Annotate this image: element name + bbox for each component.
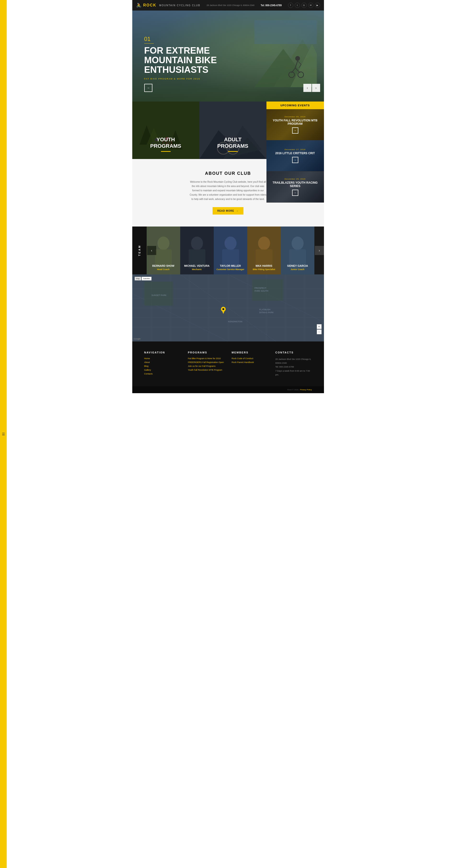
svg-text:FLATBUSH: FLATBUSH	[259, 308, 270, 311]
footer-nav-gallery[interactable]: Gallery	[144, 369, 181, 371]
team-label-text: TEAM	[138, 245, 141, 256]
read-more-label: READ MORE	[217, 210, 234, 212]
team-cards-container: BERNARD SHOW Head Coach MICHAEL VENTURA …	[147, 226, 314, 274]
footer-bottom-bar: Rock © 2016. Privacy Policy	[132, 386, 324, 393]
event-3-title: TRAILBLAZERS YOUTH RACING SERIES	[268, 181, 322, 188]
svg-text:PROSPECT: PROSPECT	[255, 287, 266, 289]
googleplus-icon[interactable]: G	[302, 3, 307, 8]
footer-contacts-col: CONTACTS 28 Jackson Blvd Ste 1020 Chicag…	[275, 351, 312, 377]
event-3-date: December 25, 2016	[285, 178, 306, 180]
footer-contact-hours: 7 Days a week from 9:00 am to 7:00 pm.	[275, 369, 312, 377]
footer-programs-title: PROGRAMS	[188, 351, 225, 354]
footer-member-link-2[interactable]: Rock Parent Handbook	[232, 361, 268, 364]
team-card-4[interactable]: MAX HARRIS Bike Fitting Specialist	[247, 226, 281, 274]
hero-title: FOR EXTREME MOUNTAIN BIKE ENTHUSIASTS	[144, 46, 236, 75]
team-member-2-name: MICHAEL VENTURA	[180, 265, 214, 267]
upcoming-events-header: UPCOMING EVENTS	[266, 101, 324, 109]
footer-nav-title: NAVIGATION	[144, 351, 181, 354]
facebook-icon[interactable]: f	[288, 3, 293, 8]
footer-program-2[interactable]: FREERIDERS Fall Registration Open	[188, 361, 225, 364]
site-header: 🚴 ROCK MOUNTAIN CYCLING CLUB 28 Jackson …	[132, 0, 324, 10]
map-type-buttons: Map Satellite	[135, 277, 151, 280]
team-member-1-role: Head Coach	[147, 268, 180, 271]
team-next-button-container: ›	[315, 246, 324, 255]
youtube-icon[interactable]: ▶	[315, 3, 320, 8]
svg-point-4	[295, 56, 300, 61]
read-more-arrow-icon: →	[236, 210, 239, 212]
footer-programs-col: PROGRAMS Fat Bike Program & More for 201…	[188, 351, 225, 377]
event-card-2[interactable]: December 17, 2016 2016 LITTLE CRITTERS C…	[266, 140, 324, 172]
team-section: TEAM ‹ BERNARD SHOW Head Coach	[132, 226, 324, 274]
header-address: 28 Jackson Blvd Ste 1020 Chicago IL 6060…	[206, 4, 255, 6]
footer-program-1[interactable]: Fat Bike Program & More for 2016	[188, 357, 225, 360]
event-2-arrow-button[interactable]: →	[292, 157, 298, 163]
event-1-date: December 05, 2016	[285, 116, 306, 118]
club-name: MOUNTAIN CYCLING CLUB	[159, 4, 200, 7]
youth-program-label: YOUTHPROGRAMS	[132, 136, 199, 152]
youth-programs-card[interactable]: YOUTHPROGRAMS	[132, 101, 199, 159]
svg-text:KENSINGTON: KENSINGTON	[228, 320, 242, 323]
about-text: Welcome to the Rock Mountain Cycling Clu…	[190, 180, 266, 202]
instagram-icon[interactable]: ✉	[308, 3, 313, 8]
footer-copyright: Rock © 2016.	[287, 389, 299, 391]
event-2-content: December 17, 2016 2016 LITTLE CRITTERS C…	[266, 140, 324, 171]
hero-section: 01 FOR EXTREME MOUNTAIN BIKE ENTHUSIASTS…	[132, 10, 324, 101]
svg-text:DITMAS PARK: DITMAS PARK	[259, 311, 274, 314]
logo-bicycle-icon: 🚴	[136, 3, 141, 8]
hero-slide-number: 01	[144, 36, 154, 43]
team-card-5-info: SIDNEY GARCIA Junior Coach	[281, 265, 314, 271]
footer-contact-tel: Tel: 800-2345-6789	[275, 365, 312, 369]
satellite-view-button[interactable]: Satellite	[142, 277, 151, 280]
event-1-content: December 05, 2016 YOUTH FALL REVOLUTION …	[266, 109, 324, 140]
logo-area: 🚴 ROCK MOUNTAIN CYCLING CLUB	[136, 3, 200, 8]
logo-text[interactable]: ROCK	[143, 3, 156, 7]
team-card-2[interactable]: MICHAEL VENTURA Mechanic	[180, 226, 214, 274]
map-zoom-in-button[interactable]: +	[317, 324, 321, 329]
footer-program-3[interactable]: Join us for our Fall Programs	[188, 365, 225, 367]
map-zoom-out-button[interactable]: −	[317, 330, 321, 334]
map-google-label: Google	[134, 338, 141, 340]
team-card-1-info: BERNARD SHOW Head Coach	[147, 265, 180, 271]
event-2-title: 2016 LITTLE CRITTERS CRIT	[275, 152, 315, 155]
footer-nav-blog[interactable]: Blog	[144, 365, 181, 367]
adult-programs-card[interactable]: ADULTPROGRAMS	[199, 101, 266, 159]
map-view-button[interactable]: Map	[135, 277, 141, 280]
team-card-3-info: TAYLOR MILLER Customer Service Manager	[214, 265, 247, 271]
event-1-title: YOUTH FALL REVOLUTION MTB PROGRAM	[268, 119, 322, 126]
hero-navigation: ‹ ›	[303, 84, 320, 92]
team-prev-button[interactable]: ‹	[147, 246, 156, 255]
site-footer: NAVIGATION Home About Blog Gallery Conta…	[132, 341, 324, 386]
footer-contact-address: 28 Jackson Blvd Ste 1020 Chicago IL 6060…	[275, 357, 312, 365]
footer-member-link-1[interactable]: Rock Code of Conduct	[232, 357, 268, 360]
event-2-date: December 17, 2016	[285, 149, 306, 151]
footer-navigation-col: NAVIGATION Home About Blog Gallery Conta…	[144, 351, 181, 377]
footer-nav-home[interactable]: Home	[144, 357, 181, 360]
adult-program-label: ADULTPROGRAMS	[199, 136, 266, 152]
footer-nav-contacts[interactable]: Contacts	[144, 373, 181, 375]
footer-privacy-link[interactable]: Privacy Policy	[300, 389, 312, 391]
read-more-button[interactable]: READ MORE →	[212, 207, 244, 215]
team-member-5-role: Junior Coach	[281, 268, 314, 271]
header-tel: Tel: 800-2345-6789	[261, 4, 282, 7]
hero-arrow-button[interactable]: →	[144, 84, 152, 92]
svg-text:SUNSET PARK: SUNSET PARK	[151, 294, 167, 297]
team-member-1-name: BERNARD SHOW	[147, 265, 180, 267]
hero-next-button[interactable]: ›	[312, 84, 320, 92]
event-1-arrow-button[interactable]: →	[292, 127, 298, 134]
team-card-3[interactable]: TAYLOR MILLER Customer Service Manager	[214, 226, 247, 274]
twitter-icon[interactable]: t	[295, 3, 300, 8]
team-member-3-name: TAYLOR MILLER	[214, 265, 247, 267]
event-card-3[interactable]: December 25, 2016 TRAILBLAZERS YOUTH RAC…	[266, 172, 324, 203]
hero-prev-button[interactable]: ‹	[303, 84, 312, 92]
programs-events-row: YOUTHPROGRAMS ADULTPROGRAMS UPCOMING EVE…	[132, 101, 324, 159]
event-card-1[interactable]: December 05, 2016 YOUTH FALL REVOLUTION …	[266, 109, 324, 140]
team-member-2-role: Mechanic	[180, 268, 214, 271]
team-card-4-info: MAX HARRIS Bike Fitting Specialist	[247, 265, 281, 271]
footer-members-title: MEMBERS	[232, 351, 268, 354]
team-next-button[interactable]: ›	[315, 246, 324, 255]
team-card-5[interactable]: SIDNEY GARCIA Junior Coach	[281, 226, 314, 274]
map-svg: SUNSET PARK PROSPECT PARK SOUTH FLATBUSH…	[132, 274, 324, 341]
footer-nav-about[interactable]: About	[144, 361, 181, 364]
footer-program-4[interactable]: Youth Fall Revolution MTB Program	[188, 369, 225, 371]
event-3-arrow-button[interactable]: →	[292, 190, 298, 196]
